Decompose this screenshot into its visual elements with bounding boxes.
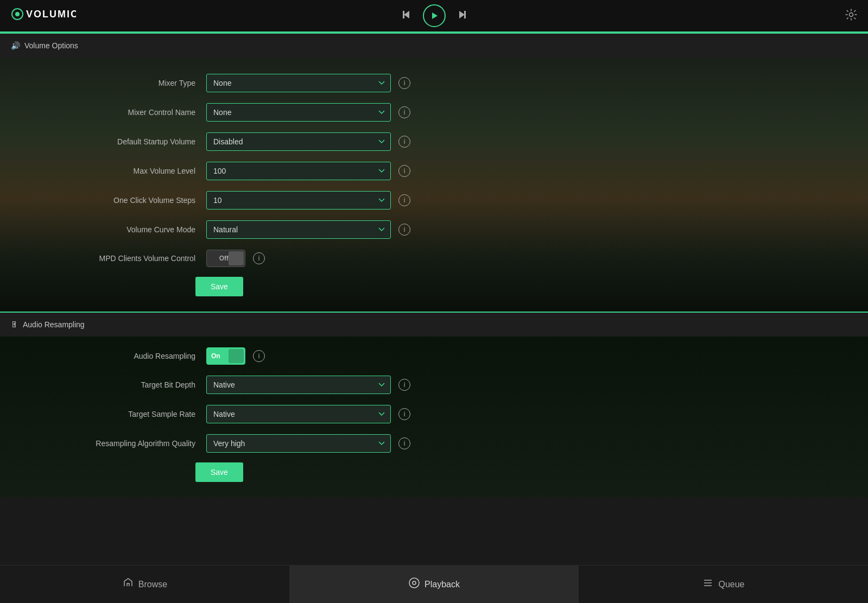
resampling-icon: 🎚 <box>11 320 18 329</box>
logo: VOLUMIO <box>11 7 76 25</box>
mixer-control-name-label: Mixer Control Name <box>22 108 206 117</box>
bottom-nav: Browse Playback Queue <box>0 565 868 603</box>
target-bit-depth-info[interactable]: i <box>398 379 410 391</box>
max-volume-level-label: Max Volume Level <box>22 167 206 175</box>
resampling-save-row: Save <box>0 458 868 486</box>
page-content: 🔊 Volume Options Mixer Type None Hardwar… <box>0 33 868 535</box>
max-volume-level-select[interactable]: 100 90 80 70 <box>206 162 391 180</box>
volume-curve-mode-control: Natural Linear Logarithmic i <box>206 220 846 239</box>
mixer-type-row: Mixer Type None Hardware Software Disabl… <box>0 68 868 98</box>
default-startup-volume-label: Default Startup Volume <box>22 137 206 146</box>
svg-text:VOLUMIO: VOLUMIO <box>26 9 76 20</box>
one-click-volume-steps-info[interactable]: i <box>398 194 410 206</box>
resampling-save-button[interactable]: Save <box>195 462 243 482</box>
transport-controls <box>399 4 470 27</box>
browse-icon <box>122 577 134 592</box>
svg-marker-6 <box>459 11 465 18</box>
target-bit-depth-label: Target Bit Depth <box>22 380 206 389</box>
target-sample-rate-row: Target Sample Rate Native 44100 48000 96… <box>0 399 868 429</box>
mixer-control-name-row: Mixer Control Name None i <box>0 98 868 127</box>
audio-resampling-toggle[interactable]: On <box>206 347 245 365</box>
mpd-toggle-thumb <box>229 251 244 265</box>
mixer-type-select[interactable]: None Hardware Software Disabled <box>206 74 391 92</box>
mixer-type-info[interactable]: i <box>398 77 410 89</box>
nav-playback[interactable]: Playback <box>289 566 579 603</box>
max-volume-level-info[interactable]: i <box>398 165 410 177</box>
playback-label: Playback <box>425 580 460 589</box>
mixer-type-label: Mixer Type <box>22 79 206 87</box>
mixer-control-name-control: None i <box>206 103 846 122</box>
header: VOLUMIO <box>0 0 868 33</box>
volume-curve-mode-label: Volume Curve Mode <box>22 225 206 234</box>
target-bit-depth-row: Target Bit Depth Native 16 24 32 i <box>0 370 868 399</box>
target-sample-rate-control: Native 44100 48000 96000 192000 i <box>206 405 846 423</box>
svg-point-9 <box>409 578 419 588</box>
svg-marker-3 <box>404 11 409 18</box>
mpd-clients-toggle[interactable]: Off <box>206 250 245 267</box>
queue-icon <box>702 577 714 592</box>
svg-rect-4 <box>403 11 404 18</box>
mixer-control-name-select[interactable]: None <box>206 103 391 122</box>
browse-label: Browse <box>138 580 167 589</box>
svg-point-8 <box>850 12 853 16</box>
volume-curve-mode-info[interactable]: i <box>398 224 410 236</box>
audio-resampling-label: Audio Resampling <box>22 352 206 360</box>
mpd-clients-volume-row: MPD Clients Volume Control Off i <box>0 244 868 272</box>
target-sample-rate-select[interactable]: Native 44100 48000 96000 192000 <box>206 405 391 423</box>
mpd-toggle-off-label: Off <box>219 255 229 262</box>
default-startup-volume-select[interactable]: Disabled 25 50 75 100 <box>206 132 391 151</box>
max-volume-level-row: Max Volume Level 100 90 80 70 i <box>0 156 868 186</box>
svg-rect-7 <box>464 11 466 18</box>
volume-save-button[interactable]: Save <box>195 277 243 296</box>
svg-marker-5 <box>432 12 438 19</box>
audio-resampling-content: Audio Resampling On i Target Bit Depth N… <box>0 337 868 497</box>
resampling-algorithm-quality-info[interactable]: i <box>398 437 410 449</box>
volume-options-title: Volume Options <box>24 41 78 50</box>
max-volume-level-control: 100 90 80 70 i <box>206 162 846 180</box>
nav-browse[interactable]: Browse <box>0 566 289 603</box>
audio-resampling-section-header: 🎚 Audio Resampling <box>0 312 868 337</box>
audio-resampling-title: Audio Resampling <box>23 320 85 329</box>
queue-label: Queue <box>718 580 744 589</box>
resampling-algorithm-quality-control: Low Medium High Very high Extreme i <box>206 434 846 453</box>
one-click-volume-steps-select[interactable]: 1 2 5 10 15 20 <box>206 191 391 210</box>
playback-icon <box>408 577 420 592</box>
volume-options-section-header: 🔊 Volume Options <box>0 33 868 58</box>
audio-toggle-thumb <box>229 349 244 363</box>
volume-icon: 🔊 <box>11 41 20 50</box>
one-click-volume-steps-row: One Click Volume Steps 1 2 5 10 15 20 i <box>0 186 868 215</box>
target-bit-depth-select[interactable]: Native 16 24 32 <box>206 376 391 394</box>
audio-resampling-control: On i <box>206 347 846 365</box>
resampling-algorithm-quality-row: Resampling Algorithm Quality Low Medium … <box>0 429 868 458</box>
next-button[interactable] <box>454 7 470 25</box>
volume-options-content: Mixer Type None Hardware Software Disabl… <box>0 58 868 312</box>
resampling-algorithm-quality-label: Resampling Algorithm Quality <box>22 439 206 448</box>
play-button[interactable] <box>423 4 446 27</box>
mpd-clients-volume-label: MPD Clients Volume Control <box>22 254 206 263</box>
default-startup-volume-row: Default Startup Volume Disabled 25 50 75… <box>0 127 868 156</box>
settings-icon[interactable] <box>845 9 857 23</box>
one-click-volume-steps-control: 1 2 5 10 15 20 i <box>206 191 846 210</box>
prev-button[interactable] <box>399 7 414 25</box>
audio-toggle-on-label: On <box>211 352 220 360</box>
one-click-volume-steps-label: One Click Volume Steps <box>22 196 206 205</box>
target-sample-rate-label: Target Sample Rate <box>22 410 206 418</box>
mixer-control-name-info[interactable]: i <box>398 106 410 118</box>
mpd-clients-volume-info[interactable]: i <box>253 252 265 264</box>
default-startup-volume-control: Disabled 25 50 75 100 i <box>206 132 846 151</box>
volume-save-row: Save <box>0 272 868 301</box>
volume-curve-mode-select[interactable]: Natural Linear Logarithmic <box>206 220 391 239</box>
svg-point-10 <box>413 581 416 585</box>
resampling-algorithm-quality-select[interactable]: Low Medium High Very high Extreme <box>206 434 391 453</box>
mixer-type-control: None Hardware Software Disabled i <box>206 74 846 92</box>
audio-resampling-row: Audio Resampling On i <box>0 342 868 370</box>
target-bit-depth-control: Native 16 24 32 i <box>206 376 846 394</box>
svg-point-1 <box>15 12 20 16</box>
nav-queue[interactable]: Queue <box>579 566 868 603</box>
audio-resampling-info[interactable]: i <box>253 350 265 362</box>
volume-curve-mode-row: Volume Curve Mode Natural Linear Logarit… <box>0 215 868 244</box>
mpd-clients-volume-control: Off i <box>206 250 846 267</box>
default-startup-volume-info[interactable]: i <box>398 136 410 148</box>
target-sample-rate-info[interactable]: i <box>398 408 410 420</box>
